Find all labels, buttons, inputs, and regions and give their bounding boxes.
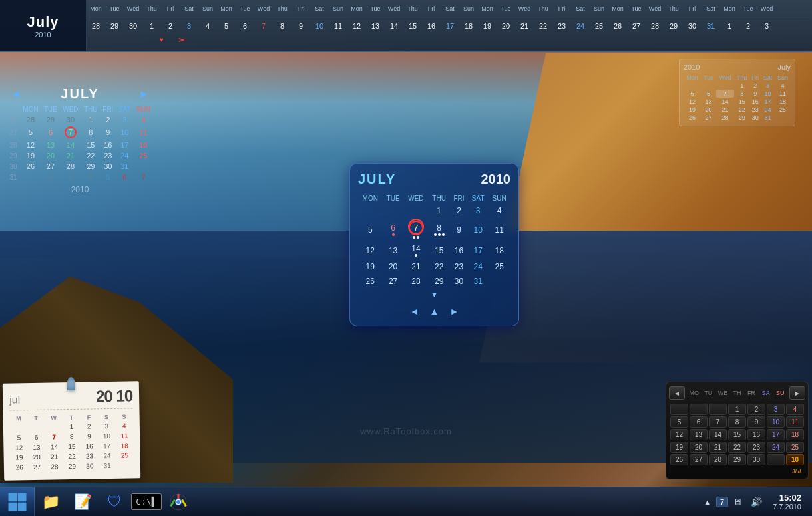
timeline-daynum[interactable]: 3 (757, 22, 776, 30)
gday[interactable]: 1 (428, 203, 450, 218)
sday[interactable] (684, 82, 701, 90)
timeline-daynum[interactable]: 2 (161, 22, 180, 30)
timeline-daynum[interactable]: 13 (366, 22, 385, 30)
day-cell[interactable]: 26 (20, 161, 41, 172)
gday[interactable]: 10 (468, 218, 488, 241)
gday[interactable]: 30 (450, 274, 468, 289)
day-cell[interactable]: 24 (116, 150, 134, 161)
sday[interactable]: 27 (701, 114, 716, 122)
timeline-daynum[interactable]: 23 (552, 22, 571, 30)
dc-day[interactable]: 30 (747, 454, 765, 465)
day-cell[interactable] (20, 172, 41, 182)
sday[interactable]: 30 (750, 114, 761, 122)
dc-day[interactable] (670, 404, 688, 415)
day-cell[interactable]: 5 (20, 125, 41, 140)
day-cell[interactable]: 2 (41, 172, 60, 182)
gday[interactable]: 19 (358, 259, 383, 274)
dc-day[interactable]: 26 (670, 454, 688, 465)
pday[interactable]: 1 (63, 422, 81, 432)
glass-nav-prev[interactable]: ◄ (407, 305, 422, 318)
sday[interactable]: 5 (684, 90, 701, 98)
sday[interactable]: 1 (734, 82, 749, 90)
day-cell[interactable]: 23 (101, 150, 116, 161)
sday[interactable]: 20 (701, 106, 716, 114)
timeline-daynum[interactable]: 6 (236, 22, 254, 30)
day-cell[interactable]: 20 (41, 150, 60, 161)
timeline-daynum[interactable]: 15 (403, 22, 422, 30)
timeline-daynum[interactable]: 29 (105, 22, 124, 30)
day-cell[interactable]: 31 (116, 161, 134, 172)
dc-day[interactable]: 11 (786, 416, 804, 428)
dc-day[interactable]: 1 (728, 404, 746, 415)
show-desktop-btn[interactable]: ▲ (701, 498, 713, 506)
gday[interactable]: 28 (404, 274, 429, 289)
sday[interactable]: 4 (775, 82, 791, 90)
pday[interactable] (10, 422, 28, 432)
gday[interactable]: 2 (450, 203, 468, 218)
sday[interactable]: 6 (701, 90, 716, 98)
day-cell[interactable]: 10 (116, 125, 134, 140)
timeline-daynum[interactable]: 30 (124, 22, 142, 30)
dc-day[interactable]: 23 (747, 442, 765, 453)
timeline-daynum[interactable]: 28 (646, 22, 664, 30)
pday[interactable]: 29 (63, 461, 81, 471)
sday[interactable]: 29 (734, 114, 749, 122)
day-cell[interactable]: 27 (41, 161, 60, 172)
timeline-daynum[interactable]: 12 (347, 22, 366, 30)
dc-day[interactable]: 16 (747, 429, 765, 440)
pday[interactable] (116, 460, 134, 470)
taskbar-shield-btn[interactable]: 🛡 (100, 489, 129, 515)
dc-day[interactable]: 29 (728, 454, 746, 465)
day-cell[interactable]: 9 (101, 125, 116, 140)
timeline-daynum[interactable]: 8 (273, 22, 292, 30)
gday[interactable]: 14 (404, 241, 429, 259)
sday[interactable] (716, 82, 734, 90)
pday[interactable]: 14 (45, 442, 63, 452)
pday[interactable]: 8 (63, 432, 81, 442)
dc-day[interactable]: 3 (767, 404, 785, 415)
sday[interactable]: 21 (716, 106, 734, 114)
dc-day[interactable]: 25 (786, 442, 804, 453)
gday[interactable]: 18 (488, 241, 510, 259)
timeline-daynum[interactable]: 11 (329, 22, 347, 30)
gday[interactable]: 3 (468, 203, 488, 218)
sday[interactable]: 18 (775, 98, 791, 106)
dc-day[interactable] (767, 454, 785, 465)
day-cell[interactable]: 16 (101, 140, 116, 150)
taskbar-folder-btn[interactable]: 📁 (36, 489, 65, 515)
sday[interactable]: 19 (684, 106, 701, 114)
sday-today[interactable]: 7 (716, 90, 734, 98)
dc-day[interactable]: 10 (767, 416, 785, 428)
sday[interactable]: 12 (684, 98, 701, 106)
timeline-daynum[interactable]: 1 (720, 22, 739, 30)
day-cell[interactable]: 15 (81, 140, 101, 150)
gday[interactable]: 12 (358, 241, 383, 259)
pday[interactable]: 20 (28, 452, 46, 462)
pday[interactable]: 3 (98, 421, 116, 431)
gday[interactable]: 16 (450, 241, 468, 259)
timeline-daynum[interactable]: 7 (254, 22, 273, 30)
timeline-daynum[interactable]: 20 (497, 22, 515, 30)
timeline-daynum[interactable]: 5 (217, 22, 236, 30)
pday[interactable]: 12 (10, 442, 28, 452)
gday[interactable]: 5 (358, 218, 383, 241)
day-cell[interactable]: 7 (134, 172, 153, 182)
timeline-daynum[interactable]: 24 (571, 22, 590, 30)
dc-day[interactable]: 24 (767, 442, 785, 453)
dc-day[interactable]: 6 (690, 416, 708, 428)
day-cell[interactable]: 3 (116, 114, 134, 125)
glass-cal-scroll-down[interactable]: ▼ (358, 290, 510, 299)
day-cell[interactable]: 11 (134, 125, 153, 140)
dc-day[interactable]: 14 (709, 429, 727, 440)
today-cell[interactable]: 7 (60, 125, 81, 140)
day-cell[interactable]: 19 (20, 150, 41, 161)
timeline-daynum[interactable]: 21 (515, 22, 534, 30)
timeline-daynum[interactable]: 19 (478, 22, 497, 30)
gday[interactable]: 11 (488, 218, 510, 241)
pday[interactable] (45, 422, 63, 432)
dc-day[interactable]: 22 (728, 442, 746, 453)
taskbar-sticky-btn[interactable]: 📝 (68, 489, 97, 515)
gday[interactable]: 15 (428, 241, 450, 259)
sday[interactable]: 2 (750, 82, 761, 90)
pday[interactable]: 6 (27, 432, 45, 442)
